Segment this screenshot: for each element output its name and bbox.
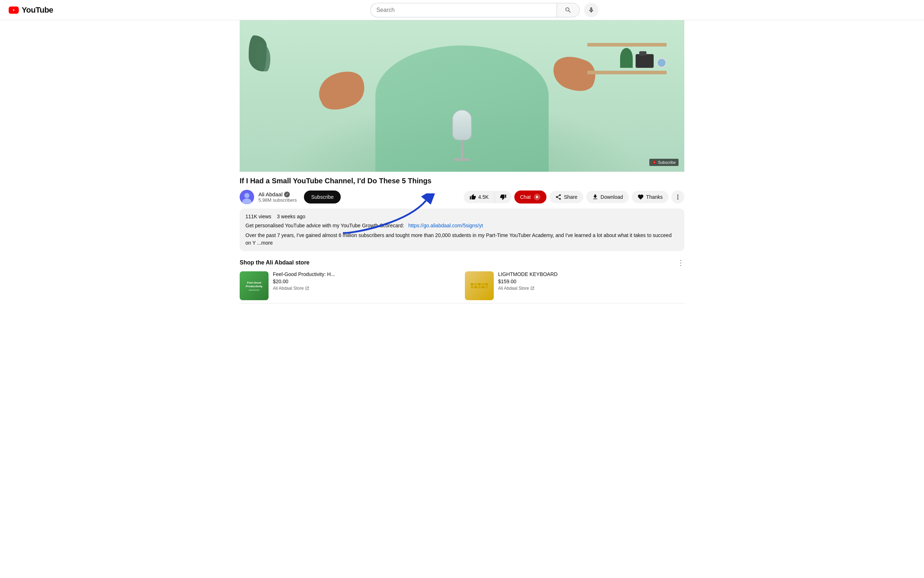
- shop-item-store: Ali Abdaal Store: [498, 286, 558, 291]
- search-icon: [564, 6, 572, 14]
- svg-point-10: [677, 198, 678, 200]
- shop-item-store: Ali Abdaal Store: [273, 286, 335, 291]
- desc-meta: 111K views 3 weeks ago: [246, 213, 678, 221]
- youtube-logo-icon: [9, 6, 19, 14]
- description-section[interactable]: 111K views 3 weeks ago Get personalised …: [240, 209, 684, 251]
- channel-info: Ali Abdaal ✓ 5.98M subscribers: [259, 191, 297, 203]
- shop-more-button[interactable]: ⋮: [677, 258, 684, 267]
- video-thumbnail: Subscribe: [240, 20, 684, 172]
- thanks-icon: [638, 194, 644, 200]
- desc-body: Over the past 7 years, I've gained almos…: [246, 232, 678, 247]
- download-button[interactable]: Download: [586, 191, 629, 203]
- site-header: YouTube: [0, 0, 924, 20]
- subscribe-watermark: Subscribe: [649, 159, 678, 166]
- like-button[interactable]: 4.5K: [464, 191, 495, 203]
- svg-point-8: [677, 195, 678, 196]
- subscribe-button[interactable]: Subscribe: [304, 190, 341, 203]
- shop-item-price: $20.00: [273, 279, 335, 284]
- shelf-area: [587, 43, 667, 74]
- shop-item-name: Feel-Good Productivity: H...: [273, 271, 335, 277]
- external-link-icon: [530, 286, 535, 291]
- plant-left: [249, 35, 270, 79]
- shop-section: Shop the Ali Abdaal store ⋮ Feel-GoodPro…: [240, 258, 684, 300]
- thumb-up-icon: [470, 194, 476, 200]
- video-player[interactable]: Subscribe: [240, 20, 684, 172]
- shop-item-details: Feel-Good Productivity: H... $20.00 Ali …: [273, 271, 335, 291]
- action-buttons: 4.5K Chat: [464, 190, 684, 203]
- like-dislike-group: 4.5K: [464, 191, 511, 203]
- left-arm: [293, 58, 365, 109]
- more-link[interactable]: ...more: [257, 240, 273, 246]
- mic-button[interactable]: [584, 3, 599, 17]
- shop-title: Shop the Ali Abdaal store: [240, 260, 310, 266]
- shop-items: Feel-GoodProductivity Feel-Good Producti…: [240, 271, 684, 300]
- microphone: [452, 110, 472, 161]
- download-icon: [592, 194, 599, 200]
- external-link-icon: [305, 286, 309, 291]
- channel-avatar[interactable]: [240, 190, 254, 204]
- desc-link-line: Get personalised YouTube advice with my …: [246, 222, 678, 229]
- shop-item[interactable]: Feel-GoodProductivity Feel-Good Producti…: [240, 271, 459, 300]
- more-options-icon: [675, 194, 681, 200]
- thumb-down-icon: [500, 194, 506, 200]
- yt-small-icon: [652, 161, 657, 164]
- search-button[interactable]: [556, 3, 580, 17]
- main-content: Subscribe If I Had a Small YouTube Chann…: [231, 20, 693, 304]
- youtube-wordmark: YouTube: [22, 5, 53, 15]
- share-button[interactable]: Share: [549, 191, 583, 203]
- search-form: [370, 3, 580, 17]
- verified-badge: ✓: [284, 192, 290, 197]
- search-input[interactable]: [370, 3, 556, 17]
- video-info: If I Had a Small YouTube Channel, I'd Do…: [240, 172, 684, 304]
- shop-header: Shop the Ali Abdaal store ⋮: [240, 258, 684, 267]
- mic-icon: [588, 7, 594, 13]
- channel-name[interactable]: Ali Abdaal ✓: [259, 191, 297, 197]
- share-icon: [555, 194, 561, 200]
- chat-button[interactable]: Chat: [514, 190, 547, 203]
- svg-point-4: [244, 193, 249, 198]
- thanks-button[interactable]: Thanks: [632, 191, 669, 203]
- svg-point-9: [677, 196, 678, 198]
- shop-item-image-keyboard: [465, 271, 494, 300]
- dislike-button[interactable]: [495, 191, 511, 203]
- subscriber-count: 5.98M subscribers: [259, 197, 297, 203]
- avatar-image: [240, 190, 254, 204]
- chat-button-container: Chat: [514, 190, 547, 203]
- chat-play-icon: [534, 193, 541, 201]
- video-title: If I Had a Small YouTube Channel, I'd Do…: [240, 176, 684, 185]
- channel-row: Ali Abdaal ✓ 5.98M subscribers Subscribe…: [240, 190, 684, 204]
- shop-item[interactable]: LIGHTMODE KEYBOARD $159.00 Ali Abdaal St…: [465, 271, 684, 300]
- svg-marker-0: [13, 9, 15, 11]
- shop-item-price: $159.00: [498, 279, 558, 284]
- shop-item-details: LIGHTMODE KEYBOARD $159.00 Ali Abdaal St…: [498, 271, 558, 291]
- search-bar: [67, 3, 901, 17]
- desc-link[interactable]: https://go.aliabdaal.com/5signs/yt: [408, 222, 483, 228]
- shop-item-name: LIGHTMODE KEYBOARD: [498, 271, 558, 277]
- more-options-button[interactable]: [671, 190, 684, 203]
- shop-item-image-book: Feel-GoodProductivity: [240, 271, 268, 300]
- youtube-logo[interactable]: YouTube: [9, 5, 53, 15]
